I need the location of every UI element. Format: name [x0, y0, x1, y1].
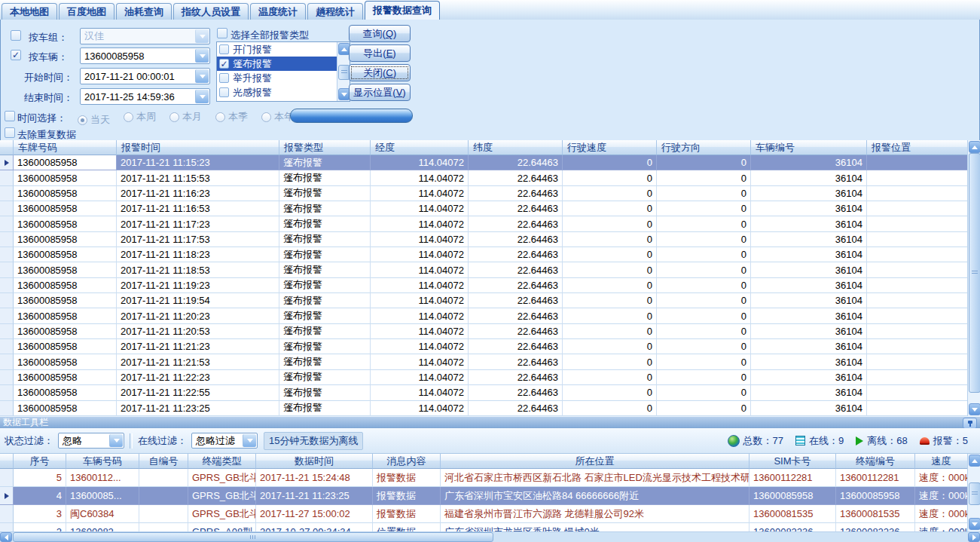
alarm-row-4[interactable]: 136000859582017-11-21 11:16:53篷布报警114.04…: [0, 201, 980, 216]
chevron-down-icon[interactable]: [195, 29, 209, 43]
tab-5[interactable]: 温度统计: [250, 3, 306, 20]
scroll-up-icon[interactable]: [969, 455, 980, 467]
alarm-cell: 36104: [751, 401, 867, 416]
scroll-left-icon[interactable]: [0, 532, 12, 542]
query-button[interactable]: 查询(Q): [349, 25, 411, 42]
chevron-down-icon[interactable]: [195, 49, 209, 63]
tab-7[interactable]: 报警数据查询: [365, 1, 440, 20]
alarm-type-item-2[interactable]: ✓篷布报警: [217, 57, 337, 71]
alarm-row-10[interactable]: 136000859582017-11-21 11:19:54篷布报警114.04…: [0, 293, 980, 308]
alarm-col-6[interactable]: 行驶速度: [563, 140, 657, 155]
show-position-button[interactable]: 显示位置(V): [349, 84, 411, 101]
by-group-combo[interactable]: 汉佳: [80, 28, 210, 44]
scroll-right-icon[interactable]: [968, 532, 980, 542]
alarm-row-6[interactable]: 136000859582017-11-21 11:17:53篷布报警114.04…: [0, 232, 980, 247]
msg-col-5[interactable]: 数据时间: [256, 454, 373, 469]
alarm-col-8[interactable]: 车辆编号: [751, 140, 867, 155]
time-option-3[interactable]: 本月: [169, 110, 202, 124]
scrollbar-thumb[interactable]: [13, 532, 493, 542]
by-vehicle-combo[interactable]: 13600085958: [80, 47, 210, 64]
alarm-type-checkbox[interactable]: ✓: [219, 59, 229, 69]
msg-row-4[interactable]: 213600082...GPRS_A08型2017-10-27 09:34:34…: [0, 523, 980, 531]
dedup-checkbox[interactable]: [5, 127, 15, 138]
tab-2[interactable]: 百度地图: [59, 3, 114, 20]
tab-1[interactable]: 本地地图: [2, 3, 57, 20]
alarm-row-13[interactable]: 136000859582017-11-21 11:21:23篷布报警114.04…: [0, 339, 980, 354]
msg-col-6[interactable]: 消息内容: [373, 454, 441, 469]
msg-col-9[interactable]: 终端编号: [836, 454, 915, 469]
start-time-value: 2017-11-21 00:00:01: [84, 71, 175, 82]
msg-col-2[interactable]: 车辆号码: [66, 454, 139, 469]
alarm-row-9[interactable]: 136000859582017-11-21 11:19:23篷布报警114.04…: [0, 278, 980, 293]
chevron-down-icon[interactable]: [243, 434, 256, 447]
alarm-type-checkbox[interactable]: [219, 73, 229, 83]
alarm-row-5[interactable]: 136000859582017-11-21 11:17:23篷布报警114.04…: [0, 216, 980, 231]
alarm-table-vscrollbar[interactable]: [967, 140, 980, 416]
alarm-type-item-1[interactable]: 开门报警: [217, 42, 337, 57]
time-option-label: 本周: [136, 110, 156, 124]
msg-col-1[interactable]: 序号: [14, 454, 66, 469]
alarm-row-16[interactable]: 136000859582017-11-21 11:22:55篷布报警114.04…: [0, 385, 980, 400]
alarm-row-2[interactable]: 136000859582017-11-21 11:15:53篷布报警114.04…: [0, 170, 980, 185]
alarm-type-checkbox[interactable]: [219, 44, 229, 54]
chevron-down-icon[interactable]: [195, 69, 209, 83]
alarm-row-12[interactable]: 136000859582017-11-21 11:20:53篷布报警114.04…: [0, 324, 980, 339]
alarm-row-17[interactable]: 136000859582017-11-21 11:23:25篷布报警114.04…: [0, 401, 980, 416]
message-table-vscrollbar[interactable]: [967, 454, 980, 531]
alarm-row-3[interactable]: 136000859582017-11-21 11:16:23篷布报警114.04…: [0, 186, 980, 201]
by-group-checkbox[interactable]: [11, 30, 21, 41]
msg-col-7[interactable]: 所在位置: [441, 454, 750, 469]
alarm-col-7[interactable]: 行驶方向: [657, 140, 751, 155]
time-option-1[interactable]: 当天: [78, 113, 110, 127]
alarm-cell: 0: [563, 324, 657, 339]
alarm-type-checkbox[interactable]: [219, 87, 229, 97]
alarm-col-5[interactable]: 纬度: [469, 140, 563, 155]
msg-col-3[interactable]: 自编号: [139, 454, 188, 469]
tab-6[interactable]: 趟程统计: [307, 3, 363, 20]
alarm-row-14[interactable]: 136000859582017-11-21 11:21:53篷布报警114.04…: [0, 354, 980, 369]
msg-col-10[interactable]: 速度: [915, 454, 968, 469]
scroll-down-icon[interactable]: [969, 403, 980, 415]
alarm-col-1[interactable]: 车牌号码: [14, 140, 117, 155]
alarm-col-9[interactable]: 报警位置: [867, 140, 968, 155]
msg-row-3[interactable]: 3闽C60384GPRS_GB北斗型2017-11-27 15:00:02报警数…: [0, 505, 980, 523]
msg-col-8[interactable]: SIM卡号: [750, 454, 836, 469]
tab-3[interactable]: 油耗查询: [116, 3, 172, 20]
msg-row-1[interactable]: 513600112...GPRS_GB北斗型2017-11-21 15:24:4…: [0, 469, 980, 487]
alarm-type-item-3[interactable]: 举升报警: [217, 71, 337, 85]
time-option-2[interactable]: 本周: [124, 110, 156, 124]
alarm-row-15[interactable]: 136000859582017-11-21 11:22:23篷布报警114.04…: [0, 370, 980, 385]
export-button[interactable]: 导出(E): [349, 44, 411, 62]
alarm-row-1[interactable]: 136000859582017-11-21 11:15:23篷布报警114.04…: [0, 155, 980, 170]
pin-icon[interactable]: [963, 418, 977, 429]
select-all-alarm-types-checkbox[interactable]: [217, 28, 227, 38]
alarm-type-item-4[interactable]: 光感报警: [217, 85, 337, 100]
msg-col-4[interactable]: 终端类型: [188, 454, 256, 469]
time-option-4[interactable]: 本季: [215, 110, 248, 124]
alarm-col-4[interactable]: 经度: [371, 140, 469, 155]
alarm-cell: 0: [563, 308, 657, 323]
msg-row-2[interactable]: 413600085...GPRS_GB北斗型2017-11-21 11:23:2…: [0, 487, 980, 505]
alarm-list-scrollbar[interactable]: [337, 42, 350, 101]
close-button[interactable]: 关闭(C): [349, 64, 411, 81]
scrollbar-thumb[interactable]: [969, 153, 980, 393]
chevron-down-icon[interactable]: [195, 90, 209, 103]
scrollbar-thumb[interactable]: [969, 482, 980, 505]
online-filter-combo[interactable]: 忽略过滤: [191, 433, 258, 449]
end-time-picker[interactable]: 2017-11-25 14:59:36: [80, 88, 210, 105]
by-vehicle-checkbox[interactable]: ✓: [11, 50, 21, 60]
alarm-row-11[interactable]: 136000859582017-11-21 11:20:23篷布报警114.04…: [0, 308, 980, 323]
h-scrollbar[interactable]: [0, 531, 980, 542]
alarm-col-3[interactable]: 报警类型: [279, 140, 371, 155]
alarm-col-2[interactable]: 报警时间: [117, 140, 279, 155]
tab-4[interactable]: 指纹人员设置: [173, 3, 249, 20]
scroll-up-icon[interactable]: [969, 141, 980, 153]
time-select-checkbox[interactable]: [5, 111, 15, 121]
status-filter-combo[interactable]: 忽略: [58, 433, 124, 449]
alarm-row-7[interactable]: 136000859582017-11-21 11:18:23篷布报警114.04…: [0, 247, 980, 262]
scroll-down-icon[interactable]: [969, 518, 980, 530]
alarm-row-8[interactable]: 136000859582017-11-21 11:18:53篷布报警114.04…: [0, 262, 980, 277]
chevron-down-icon[interactable]: [109, 434, 123, 447]
start-time-picker[interactable]: 2017-11-21 00:00:01: [80, 68, 210, 84]
time-option-5[interactable]: 本年: [261, 110, 294, 124]
